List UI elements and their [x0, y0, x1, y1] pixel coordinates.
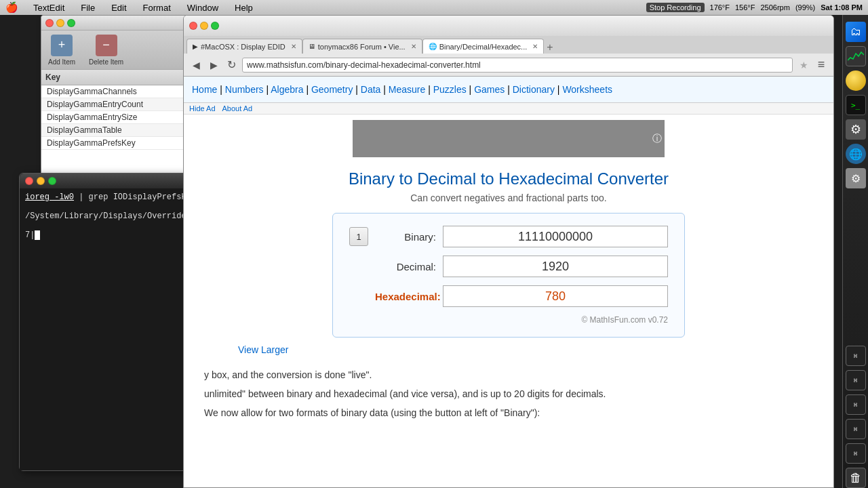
apple-menu[interactable]: 🍎: [5, 1, 18, 14]
menu-edit[interactable]: Edit: [107, 3, 130, 13]
delete-item-label: Delete Item: [89, 58, 123, 66]
settings-icon[interactable]: ⚙: [846, 119, 866, 140]
nav-puzzles[interactable]: Puzzles: [433, 84, 467, 95]
trash-icon[interactable]: 🗑: [846, 468, 866, 488]
menu-window[interactable]: Window: [183, 3, 222, 13]
url-bar[interactable]: [242, 58, 793, 73]
about-ad-link[interactable]: About Ad: [222, 104, 253, 113]
nav-geometry[interactable]: Geometry: [311, 84, 353, 95]
cmd-icon-5[interactable]: ⌘: [846, 443, 866, 464]
body-text-2: unlimited" between binary and hexadecima…: [204, 386, 813, 403]
tab2-favicon: 🖥: [309, 43, 315, 50]
browser-titlebar: [184, 16, 833, 36]
plist-close-btn[interactable]: [45, 19, 54, 27]
terminal-dock-icon[interactable]: >_: [846, 95, 866, 115]
tab-binary-converter[interactable]: 🌐 Binary/Decimal/Hexadec... ✕: [422, 39, 545, 54]
ad-area: ⓘ: [353, 120, 665, 157]
yellow-ball-icon[interactable]: [846, 70, 866, 91]
tab3-label: Binary/Decimal/Hexadec...: [439, 43, 528, 51]
nav-dictionary[interactable]: Dictionary: [513, 84, 555, 95]
browser-toolbar: ◀ ▶ ↻ ★ ≡: [184, 54, 833, 77]
add-icon: +: [51, 35, 73, 56]
nav-worksheets[interactable]: Worksheets: [562, 84, 612, 95]
tab3-close[interactable]: ✕: [532, 43, 538, 50]
menubar: 🍎 TextEdit File Edit Format Window Help …: [0, 0, 868, 15]
add-item-label: Add Item: [48, 58, 75, 66]
menu-file[interactable]: File: [77, 3, 99, 13]
cmd-icon-4[interactable]: ⌘: [846, 419, 866, 439]
cmd-icon-3[interactable]: ⌘: [846, 394, 866, 415]
plist-min-btn[interactable]: [56, 19, 64, 27]
decimal-input[interactable]: [443, 256, 668, 277]
add-item-button[interactable]: + Add Item: [48, 35, 75, 66]
delete-item-button[interactable]: − Delete Item: [89, 35, 123, 66]
tab1-close[interactable]: ✕: [291, 43, 296, 50]
site-nav: Home | Numbers | Algebra | Geometry | Da…: [184, 77, 833, 103]
reload-button[interactable]: ↻: [224, 58, 238, 72]
bookmark-icon[interactable]: ★: [797, 58, 810, 72]
nav-algebra[interactable]: Algebra: [271, 84, 303, 95]
forward-button[interactable]: ▶: [207, 58, 220, 72]
activity-monitor-icon[interactable]: [846, 46, 866, 66]
terminal-max-btn[interactable]: [48, 177, 56, 185]
browser-max-btn[interactable]: [211, 22, 219, 30]
tab3-favicon: 🌐: [429, 43, 437, 50]
menu-help[interactable]: Help: [231, 3, 257, 13]
binary-row: 1 Binary:: [349, 226, 668, 247]
temp1: 176°F: [710, 3, 730, 12]
tab2-label: tonymacx86 Forum • Vie...: [318, 43, 406, 51]
nav-numbers[interactable]: Numbers: [225, 84, 264, 95]
hex-row: Hexadecimal:: [349, 285, 668, 307]
browser-content: Home | Numbers | Algebra | Geometry | Da…: [184, 77, 833, 487]
prefs-icon[interactable]: ⚙: [846, 168, 866, 188]
browser-min-btn[interactable]: [200, 22, 208, 30]
body-text-3: We now allow for two formats of binary d…: [204, 405, 813, 422]
cmd-icon-2[interactable]: ⌘: [846, 370, 866, 390]
nav-home[interactable]: Home: [192, 84, 217, 95]
body-text: y box, and the conversion is done "live"…: [184, 362, 833, 426]
clock: Sat 1:08 PM: [821, 3, 863, 12]
delete-icon: −: [96, 35, 117, 56]
menubar-right: Stop Recording 176°F 156°F 2506rpm (99%)…: [646, 3, 863, 12]
stop-recording-btn[interactable]: Stop Recording: [646, 3, 705, 12]
binary-input[interactable]: [443, 226, 668, 247]
hex-input[interactable]: [443, 285, 668, 307]
hex-label: Hexadecimal:: [375, 291, 436, 302]
view-larger-link[interactable]: View Larger: [204, 344, 813, 355]
cmd-icon-1[interactable]: ⌘: [846, 346, 866, 366]
rpm: 2506rpm: [760, 3, 789, 12]
menu-format[interactable]: Format: [139, 3, 175, 13]
plist-max-btn[interactable]: [67, 19, 75, 27]
hide-ad-link[interactable]: Hide Ad: [189, 104, 216, 113]
network-icon[interactable]: 🌐: [846, 144, 866, 164]
ad-info-icon[interactable]: ⓘ: [652, 133, 662, 145]
browser-close-btn[interactable]: [189, 22, 197, 30]
tab-tonymacx86[interactable]: 🖥 tonymacx86 Forum • Vie... ✕: [302, 39, 422, 54]
tab1-label: #MacOSX : Display EDID: [201, 43, 285, 51]
finder-icon[interactable]: 🗂: [846, 22, 866, 42]
nav-measure[interactable]: Measure: [389, 84, 425, 95]
converter-title: Binary to Decimal to Hexadecimal Convert…: [204, 169, 813, 188]
tab1-favicon: ▶: [193, 43, 198, 50]
battery: (99%): [795, 3, 815, 12]
converter-box: 1 Binary: Decimal: Hexadecimal: © MathIs…: [332, 213, 685, 338]
tab2-close[interactable]: ✕: [411, 43, 416, 50]
terminal-min-btn[interactable]: [37, 177, 45, 185]
temp2: 156°F: [735, 3, 755, 12]
back-button[interactable]: ◀: [189, 58, 203, 72]
browser-menu-icon[interactable]: ≡: [814, 58, 828, 72]
terminal-close-btn[interactable]: [25, 177, 33, 185]
browser-window: ▶ #MacOSX : Display EDID ✕ 🖥 tonymacx86 …: [183, 15, 834, 488]
right-sidebar: 🗂 >_ ⚙ 🌐 ⚙ ⌘ ⌘ ⌘ ⌘ ⌘ 🗑: [842, 15, 868, 488]
decimal-label: Decimal:: [375, 261, 436, 272]
converter-subtitle: Can convert negatives and fractional par…: [204, 192, 813, 203]
new-tab-btn[interactable]: +: [547, 41, 553, 54]
nav-games[interactable]: Games: [474, 84, 505, 95]
browser-tabs: ▶ #MacOSX : Display EDID ✕ 🖥 tonymacx86 …: [184, 36, 833, 54]
tab-macOSX[interactable]: ▶ #MacOSX : Display EDID ✕: [186, 39, 302, 54]
menu-textedit[interactable]: TextEdit: [29, 3, 68, 13]
terminal-cmd: ioreg -lw0: [25, 192, 74, 202]
binary-format-btn[interactable]: 1: [349, 227, 368, 246]
decimal-row: Decimal:: [349, 256, 668, 277]
nav-data[interactable]: Data: [361, 84, 381, 95]
